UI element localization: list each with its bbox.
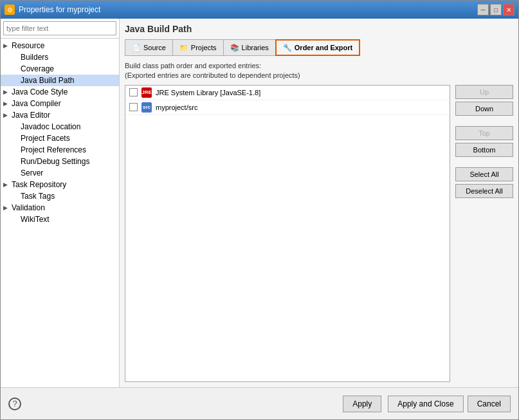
sidebar-item-label: Coverage xyxy=(21,64,54,73)
tree-arrow-icon: ▶ xyxy=(3,112,10,118)
close-button[interactable]: ✕ xyxy=(503,4,514,15)
properties-window: ⚙ Properties for myproject ─ □ ✕ ▶Resour… xyxy=(0,0,519,420)
tab-label: Source xyxy=(143,44,166,51)
sidebar-item-label: Builders xyxy=(21,53,48,62)
sidebar-item-java-build-path[interactable]: Java Build Path xyxy=(1,75,119,86)
tab-libraries[interactable]: 📚Libraries xyxy=(223,39,276,56)
top-button[interactable]: Top xyxy=(455,126,513,140)
sidebar-item-java-compiler[interactable]: ▶Java Compiler xyxy=(1,98,119,109)
sidebar-item-javadoc-location[interactable]: Javadoc Location xyxy=(1,121,119,132)
sidebar-item-label: Project References xyxy=(21,145,86,154)
side-buttons: UpDownTopBottomSelect AllDeselect All xyxy=(455,85,513,382)
tree-arrow-icon: ▶ xyxy=(3,181,10,188)
checkbox-src[interactable] xyxy=(129,103,138,111)
cancel-button[interactable]: Cancel xyxy=(468,396,511,412)
sidebar-item-server[interactable]: Server xyxy=(1,167,119,179)
sidebar-item-label: Javadoc Location xyxy=(21,122,80,131)
right-panel: Java Build Path 📄Source📁Projects📚Librari… xyxy=(120,19,518,387)
sidebar-item-label: Validation xyxy=(12,203,45,212)
list-item-src[interactable]: srcmyproject/src xyxy=(125,100,450,115)
filter-box xyxy=(1,19,119,39)
sidebar-item-java-editor[interactable]: ▶Java Editor xyxy=(1,109,119,121)
tree-arrow-icon: ▶ xyxy=(3,42,10,49)
help-button[interactable]: ? xyxy=(8,397,21,410)
minimize-button[interactable]: ─ xyxy=(477,4,489,15)
sidebar-item-label: Java Compiler xyxy=(12,99,61,108)
sidebar-item-label: WikiText xyxy=(21,215,50,224)
sidebar-item-label: Server xyxy=(21,169,43,178)
title-bar: ⚙ Properties for myproject ─ □ ✕ xyxy=(1,1,518,19)
list-item-jre[interactable]: JREJRE System Library [JavaSE-1.8] xyxy=(125,86,450,100)
apply-button[interactable]: Apply xyxy=(343,396,381,412)
title-buttons: ─ □ ✕ xyxy=(477,4,514,15)
source-tab-icon: 📄 xyxy=(132,43,141,52)
down-button[interactable]: Down xyxy=(455,102,513,116)
bottom-bar: ? Apply Apply and Close Cancel xyxy=(1,387,518,419)
description-text: Build class path order and exported entr… xyxy=(125,61,513,81)
up-button[interactable]: Up xyxy=(455,85,513,99)
src-icon: src xyxy=(141,102,152,113)
main-content: ▶ResourceBuildersCoverageJava Build Path… xyxy=(1,19,518,387)
tab-label: Projects xyxy=(191,44,217,51)
sidebar-item-wikitext[interactable]: WikiText xyxy=(1,214,119,225)
window-title: Properties for myproject xyxy=(19,5,100,14)
sidebar-item-resource[interactable]: ▶Resource xyxy=(1,40,119,51)
bottom-right-buttons: Apply and Close Cancel xyxy=(388,396,511,412)
sidebar-item-label: Resource xyxy=(12,41,44,50)
panel-body: JREJRE System Library [JavaSE-1.8]srcmyp… xyxy=(125,85,513,382)
tabs-bar: 📄Source📁Projects📚Libraries🔧Order and Exp… xyxy=(125,39,513,56)
entries-list: JREJRE System Library [JavaSE-1.8]srcmyp… xyxy=(125,85,450,382)
left-panel: ▶ResourceBuildersCoverageJava Build Path… xyxy=(1,19,120,387)
tab-label: Order and Export xyxy=(295,44,352,51)
sidebar-item-coverage[interactable]: Coverage xyxy=(1,63,119,75)
sidebar-item-label: Java Build Path xyxy=(21,76,74,85)
tree-arrow-icon: ▶ xyxy=(3,89,10,95)
sidebar-item-java-code-style[interactable]: ▶Java Code Style xyxy=(1,86,119,98)
maximize-button[interactable]: □ xyxy=(490,4,502,15)
projects-tab-icon: 📁 xyxy=(179,43,188,52)
panel-title: Java Build Path xyxy=(125,24,513,34)
sidebar-item-task-repository[interactable]: ▶Task Repository xyxy=(1,179,119,190)
tab-source[interactable]: 📄Source xyxy=(125,39,173,56)
order-export-tab-icon: 🔧 xyxy=(283,43,292,52)
jre-icon: JRE xyxy=(141,87,152,98)
tab-projects[interactable]: 📁Projects xyxy=(172,39,224,56)
sidebar-item-label: Task Tags xyxy=(21,192,55,201)
apply-close-button[interactable]: Apply and Close xyxy=(388,396,463,412)
entry-label: myproject/src xyxy=(156,104,197,111)
spacer xyxy=(455,118,513,123)
bottom-button[interactable]: Bottom xyxy=(455,143,513,157)
sidebar-item-label: Run/Debug Settings xyxy=(21,157,89,166)
sidebar-item-task-tags[interactable]: Task Tags xyxy=(1,190,119,202)
sidebar-item-project-facets[interactable]: Project Facets xyxy=(1,132,119,144)
entry-label: JRE System Library [JavaSE-1.8] xyxy=(156,89,260,96)
sidebar-item-label: Java Editor xyxy=(12,111,50,120)
sidebar-item-label: Java Code Style xyxy=(12,87,68,96)
tree-arrow-icon: ▶ xyxy=(3,205,10,211)
filter-input[interactable] xyxy=(3,21,116,35)
sidebar-item-validation[interactable]: ▶Validation xyxy=(1,202,119,214)
sidebar-item-project-references[interactable]: Project References xyxy=(1,144,119,156)
sidebar-item-label: Task Repository xyxy=(12,180,66,189)
tab-order-export[interactable]: 🔧Order and Export xyxy=(275,39,360,56)
spacer xyxy=(455,160,513,165)
tree-container: ▶ResourceBuildersCoverageJava Build Path… xyxy=(1,39,119,387)
sidebar-item-run-debug-settings[interactable]: Run/Debug Settings xyxy=(1,156,119,167)
sidebar-item-label: Project Facets xyxy=(21,134,70,143)
sidebar-item-builders[interactable]: Builders xyxy=(1,51,119,63)
window-icon: ⚙ xyxy=(5,5,15,15)
deselect-all-button[interactable]: Deselect All xyxy=(455,184,513,198)
checkbox-jre[interactable] xyxy=(129,88,138,96)
select-all-button[interactable]: Select All xyxy=(455,167,513,181)
tab-label: Libraries xyxy=(242,44,269,51)
tree-arrow-icon: ▶ xyxy=(3,100,10,107)
libraries-tab-icon: 📚 xyxy=(230,43,239,52)
